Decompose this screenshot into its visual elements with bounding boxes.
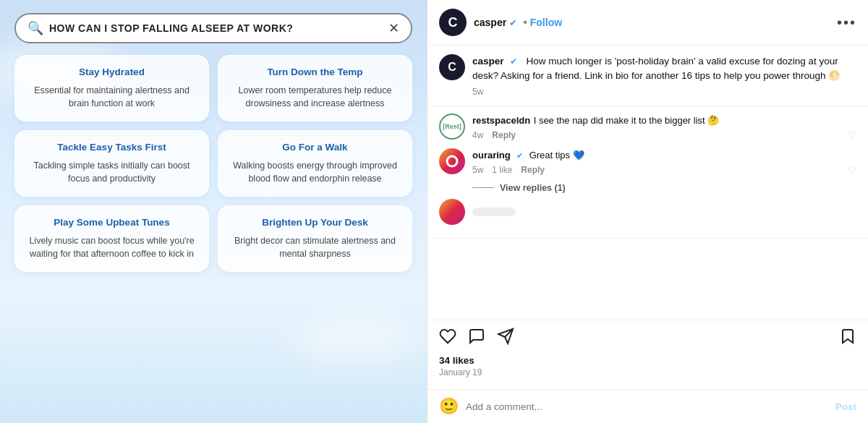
search-icon: 🔍 [27, 20, 43, 36]
comment-item: [Rest] restspaceldn I see the nap did ma… [439, 114, 856, 141]
emoji-button[interactable]: 🙂 [439, 397, 459, 416]
tip-card-brighten-desk: Brighten Up Your Desk Bright decor can s… [218, 205, 412, 272]
comment-input[interactable] [466, 401, 828, 412]
likes-count: 34 likes [439, 355, 856, 366]
tip-title: Go For a Walk [230, 141, 400, 154]
restspace-avatar: [Rest] [439, 114, 465, 140]
share-icon[interactable] [497, 328, 514, 349]
comment-body: ouraring ✔ Great tips 💙 5w 1 like Reply … [472, 148, 856, 176]
bookmark-icon[interactable] [839, 328, 856, 349]
comment-username: ouraring [472, 150, 511, 161]
partial-comment [439, 193, 856, 231]
tip-title: Play Some Upbeat Tunes [27, 216, 197, 229]
partial-avatar [439, 199, 465, 225]
partial-loading-line [472, 208, 516, 216]
follow-button[interactable]: Follow [530, 17, 562, 28]
tip-card-upbeat-tunes: Play Some Upbeat Tunes Lively music can … [14, 205, 209, 272]
comment-text: Great tips 💙 [529, 150, 584, 161]
tip-card-go-for-walk: Go For a Walk Walking boosts energy thro… [218, 130, 412, 197]
caption-body: casper ✔ How much longer is 'post-holida… [472, 54, 856, 97]
tip-title: Stay Hydrated [27, 66, 197, 79]
tip-title: Brighten Up Your Desk [230, 216, 400, 229]
view-replies-button[interactable]: View replies (1) [472, 183, 856, 193]
tip-body: Tackling simple tasks initially can boos… [27, 159, 197, 187]
caption-username: casper [472, 56, 504, 67]
svg-point-0 [447, 156, 457, 166]
like-icon[interactable] [439, 328, 456, 349]
tip-body: Lower room temperatures help reduce drow… [230, 84, 400, 111]
comment-time: 4w [472, 130, 483, 140]
heart-icon[interactable]: ♡ [847, 164, 856, 176]
send-icon [497, 328, 514, 345]
post-header: C casper ✔ • Follow ••• [427, 0, 868, 46]
caption-section: C casper ✔ How much longer is 'post-holi… [427, 46, 868, 106]
verified-icon: ✔ [509, 17, 517, 28]
tip-body: Walking boosts energy through improved b… [230, 159, 400, 187]
comment-icon[interactable] [468, 328, 485, 349]
bubble-icon [468, 328, 485, 345]
header-username: casper [474, 17, 506, 28]
tip-body: Essential for maintaining alertness and … [27, 84, 197, 111]
comment-likes: 1 like [492, 165, 512, 175]
tip-body: Lively music can boost focus while you'r… [27, 234, 197, 262]
dot-separator: • [523, 16, 527, 29]
heart-icon [439, 328, 456, 345]
search-query: HOW CAN I STOP FALLING ALSEEP AT WORK? [49, 22, 388, 34]
bookmark-icon [839, 328, 856, 345]
tip-card-stay-hydrated: Stay Hydrated Essential for maintaining … [14, 55, 209, 121]
caption-avatar: C [439, 54, 465, 80]
comment-meta: 4w Reply ♡ [472, 129, 856, 141]
view-replies-text: View replies (1) [500, 183, 566, 193]
caption-time: 5w [472, 87, 856, 97]
view-replies-line [472, 187, 494, 188]
post-content: C casper ✔ How much longer is 'post-holi… [427, 46, 868, 320]
verified-icon: ✔ [516, 151, 523, 160]
comment-input-bar: 🙂 Post [427, 389, 868, 423]
comment-text: I see the nap did make it to the bigger … [534, 115, 720, 126]
tip-title: Turn Down the Temp [230, 66, 400, 79]
tip-card-tackle-easy: Tackle Easy Tasks First Tackling simple … [14, 130, 209, 197]
action-icons [439, 328, 856, 349]
reply-button[interactable]: Reply [492, 130, 516, 140]
comment-item: ouraring ✔ Great tips 💙 5w 1 like Reply … [439, 148, 856, 176]
caption-text: How much longer is 'post-holiday brain' … [472, 56, 841, 81]
action-bar: 34 likes January 19 [427, 320, 868, 389]
tips-panel: 🔍 HOW CAN I STOP FALLING ALSEEP AT WORK?… [0, 0, 427, 423]
tip-card-turn-down-temp: Turn Down the Temp Lower room temperatur… [218, 55, 412, 121]
instagram-post-panel: C casper ✔ • Follow ••• C casper ✔ How m… [427, 0, 868, 423]
ouraring-icon [445, 154, 459, 168]
avatar: C [439, 9, 467, 36]
reply-button[interactable]: Reply [521, 165, 545, 175]
comment-time: 5w [472, 165, 483, 175]
comment-meta: 5w 1 like Reply ♡ [472, 164, 856, 176]
tips-grid: Stay Hydrated Essential for maintaining … [14, 55, 412, 272]
search-bar[interactable]: 🔍 HOW CAN I STOP FALLING ALSEEP AT WORK?… [14, 13, 412, 43]
comments-section: [Rest] restspaceldn I see the nap did ma… [427, 106, 868, 239]
ouraring-avatar [439, 148, 465, 174]
heart-icon[interactable]: ♡ [847, 129, 856, 141]
tip-body: Bright decor can stimulate alertness and… [230, 234, 400, 262]
comment-username: restspaceldn [472, 115, 530, 126]
tip-title: Tackle Easy Tasks First [27, 141, 197, 154]
close-icon[interactable]: ✕ [388, 20, 399, 36]
post-comment-button[interactable]: Post [835, 401, 856, 412]
post-date: January 19 [439, 367, 856, 377]
comment-body: restspaceldn I see the nap did make it t… [472, 114, 856, 141]
caption-verified-icon: ✔ [510, 56, 517, 67]
more-options-button[interactable]: ••• [837, 14, 856, 31]
